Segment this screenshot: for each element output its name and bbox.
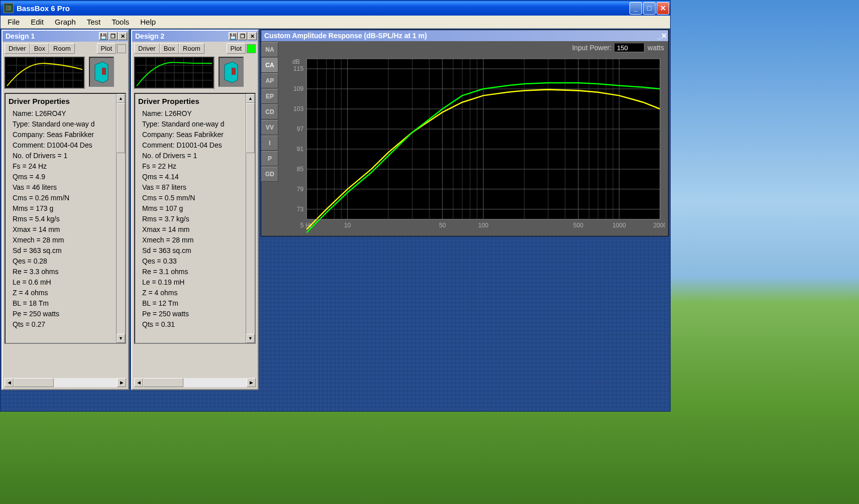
svg-text:73: 73 bbox=[297, 206, 304, 213]
prop-line: Le = 0.6 mH bbox=[9, 277, 122, 288]
design-1-thumb-chart[interactable] bbox=[5, 57, 85, 89]
design-1-close-icon[interactable]: ✕ bbox=[118, 32, 127, 40]
scroll-left-icon[interactable]: ◀ bbox=[134, 378, 143, 387]
tab-box[interactable]: Box bbox=[160, 43, 179, 54]
tab-plot[interactable]: Plot bbox=[227, 43, 246, 54]
prop-line: BL = 18 Tm bbox=[9, 298, 122, 309]
props-header: Driver Properties bbox=[9, 96, 122, 107]
close-button[interactable]: ✕ bbox=[657, 2, 669, 15]
prop-line: Qms = 4.9 bbox=[9, 172, 122, 182]
prop-line: Vas = 46 liters bbox=[9, 182, 122, 193]
vertical-scrollbar[interactable]: ▲ ▼ bbox=[246, 94, 255, 343]
design-1-copy-icon[interactable]: ❐ bbox=[109, 32, 118, 40]
prop-line: Rms = 3.7 kg/s bbox=[138, 214, 252, 224]
maximize-button[interactable]: □ bbox=[643, 2, 656, 15]
design-1-save-icon[interactable]: 💾 bbox=[99, 32, 108, 40]
design-2-title: Design 2 bbox=[135, 32, 228, 40]
titlebar: BassBox 6 Pro _ □ ✕ bbox=[1, 1, 670, 16]
design-2-thumb-box[interactable] bbox=[219, 57, 244, 87]
hscroll-thumb[interactable] bbox=[143, 378, 183, 387]
prop-line: Xmax = 14 mm bbox=[9, 224, 122, 235]
hscroll-thumb[interactable] bbox=[14, 378, 54, 387]
prop-line: Mms = 107 g bbox=[138, 203, 252, 214]
prop-line: Sd = 363 sq.cm bbox=[138, 245, 252, 256]
prop-line: Fs = 22 Hz bbox=[138, 161, 252, 172]
scroll-left-icon[interactable]: ◀ bbox=[5, 378, 14, 387]
prop-line: No. of Drivers = 1 bbox=[138, 151, 252, 161]
app-title: BassBox 6 Pro bbox=[17, 4, 629, 13]
chart-tab-ca[interactable]: CA bbox=[261, 58, 278, 73]
menu-edit[interactable]: Edit bbox=[26, 16, 49, 28]
chart-tab-gd[interactable]: GD bbox=[261, 167, 278, 182]
scroll-up-icon[interactable]: ▲ bbox=[117, 94, 125, 103]
input-power-unit: watts bbox=[648, 44, 664, 52]
design-2-titlebar: Design 2 💾 ❐ ✕ bbox=[132, 31, 258, 42]
prop-line: Vas = 87 liters bbox=[138, 182, 252, 193]
input-power-label: Input Power: bbox=[572, 44, 612, 52]
prop-line: Qts = 0.31 bbox=[138, 319, 252, 330]
input-power-field[interactable] bbox=[614, 43, 645, 52]
chart-tab-ap[interactable]: AP bbox=[261, 73, 278, 88]
chart-tab-ep[interactable]: EP bbox=[261, 89, 278, 104]
app-icon bbox=[4, 3, 14, 13]
design-1-thumb-box[interactable] bbox=[89, 57, 114, 87]
window-buttons: _ □ ✕ bbox=[629, 2, 669, 15]
tab-box[interactable]: Box bbox=[30, 43, 49, 54]
design-1-tabs: Driver Box Room Plot bbox=[3, 42, 128, 54]
chart-minimize-icon[interactable]: _ bbox=[657, 32, 661, 40]
vertical-scrollbar[interactable]: ▲ ▼ bbox=[116, 94, 125, 343]
prop-line: BL = 12 Tm bbox=[138, 298, 252, 309]
prop-line: Qes = 0.33 bbox=[138, 256, 252, 267]
tab-room[interactable]: Room bbox=[49, 43, 75, 54]
design-panel-2: Design 2 💾 ❐ ✕ Driver Box Room Plot bbox=[131, 30, 259, 390]
prop-line: Mms = 173 g bbox=[9, 203, 122, 214]
chart-tab-p[interactable]: P bbox=[261, 151, 278, 166]
tab-driver[interactable]: Driver bbox=[134, 43, 160, 54]
scroll-thumb[interactable] bbox=[117, 103, 125, 153]
design-1-title: Design 1 bbox=[6, 32, 98, 40]
svg-text:79: 79 bbox=[297, 186, 304, 193]
plot-area[interactable]: 7379859197103109115dB5 Hz105010050010002… bbox=[281, 55, 665, 233]
tab-room[interactable]: Room bbox=[179, 43, 204, 54]
design-2-thumb-chart[interactable] bbox=[134, 57, 214, 89]
chart-tab-i[interactable]: I bbox=[261, 136, 278, 151]
design-2-save-icon[interactable]: 💾 bbox=[229, 32, 238, 40]
menu-test[interactable]: Test bbox=[82, 16, 106, 28]
chart-tab-vv[interactable]: VV bbox=[261, 120, 278, 135]
tab-driver[interactable]: Driver bbox=[5, 43, 30, 54]
scroll-right-icon[interactable]: ▶ bbox=[247, 378, 256, 387]
workspace: Design 1 💾 ❐ ✕ Driver Box Room Plot bbox=[1, 29, 670, 411]
scroll-down-icon[interactable]: ▼ bbox=[117, 334, 125, 343]
prop-line: Company: Seas Fabrikker bbox=[9, 130, 122, 140]
menu-file[interactable]: File bbox=[3, 16, 25, 28]
horizontal-scrollbar[interactable]: ◀ ▶ bbox=[5, 378, 126, 387]
design-2-tabs: Driver Box Room Plot bbox=[132, 42, 258, 54]
menu-tools[interactable]: Tools bbox=[106, 16, 134, 28]
chart-tab-na[interactable]: NA bbox=[261, 42, 278, 57]
prop-line: Xmech = 28 mm bbox=[138, 235, 252, 245]
scroll-right-icon[interactable]: ▶ bbox=[117, 378, 126, 387]
tab-plot[interactable]: Plot bbox=[97, 43, 116, 54]
scroll-down-icon[interactable]: ▼ bbox=[246, 334, 255, 343]
scroll-up-icon[interactable]: ▲ bbox=[246, 94, 255, 103]
design-2-copy-icon[interactable]: ❐ bbox=[238, 32, 247, 40]
svg-text:109: 109 bbox=[293, 85, 303, 92]
svg-rect-13 bbox=[102, 68, 106, 75]
svg-text:500: 500 bbox=[573, 222, 583, 229]
chart-tab-cd[interactable]: CD bbox=[261, 104, 278, 119]
scroll-thumb[interactable] bbox=[246, 103, 255, 153]
chart-close-icon[interactable]: ✕ bbox=[661, 32, 667, 40]
menu-help[interactable]: Help bbox=[135, 16, 161, 28]
horizontal-scrollbar[interactable]: ◀ ▶ bbox=[134, 378, 256, 387]
prop-line: Name: L26RO4Y bbox=[9, 108, 122, 119]
design-2-close-icon[interactable]: ✕ bbox=[248, 32, 257, 40]
chart-title: Custom Amplitude Response (dB-SPL/Hz at … bbox=[264, 32, 657, 40]
minimize-button[interactable]: _ bbox=[629, 2, 642, 15]
design-2-color-swatch[interactable] bbox=[247, 44, 256, 53]
design-1-color-swatch[interactable] bbox=[117, 44, 126, 53]
prop-line: Company: Seas Fabrikker bbox=[138, 130, 252, 140]
menu-graph[interactable]: Graph bbox=[50, 16, 81, 28]
prop-line: Re = 3.1 ohms bbox=[138, 267, 252, 277]
svg-text:97: 97 bbox=[297, 125, 304, 133]
main-window: BassBox 6 Pro _ □ ✕ File Edit Graph Test… bbox=[0, 0, 671, 412]
